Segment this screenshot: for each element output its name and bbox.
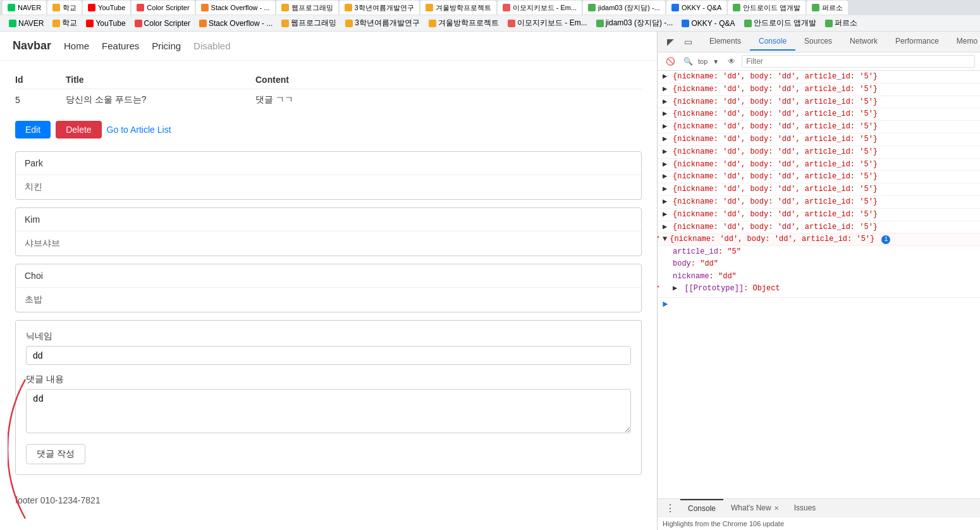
expand-arrow-9[interactable]: ▶: [663, 184, 670, 195]
console-text-0: {nickname: 'dd', body: 'dd', article_id:…: [673, 71, 975, 82]
tab-colorscripter[interactable]: Color Scripter: [132, 1, 194, 15]
nav-link-pricing[interactable]: Pricing: [152, 40, 181, 51]
tab-youtube[interactable]: YouTube: [83, 1, 130, 15]
tab-3year[interactable]: 3학년여름개발연구: [340, 1, 419, 15]
console-row-2[interactable]: ▶ {nickname: 'dd', body: 'dd', article_i…: [658, 96, 980, 109]
expand-arrow-12[interactable]: ▶: [663, 222, 670, 233]
expand-arrow-10[interactable]: ▶: [663, 197, 670, 207]
tab-network[interactable]: Network: [841, 33, 886, 51]
expand-arrow-1[interactable]: ▶: [663, 84, 670, 95]
tab-winter[interactable]: 겨울방학프로젝트: [420, 1, 496, 15]
console-row-11[interactable]: ▶ {nickname: 'dd', body: 'dd', article_i…: [658, 209, 980, 221]
tab-perso[interactable]: 퍼르소: [807, 1, 848, 15]
delete-button[interactable]: Delete: [56, 121, 101, 139]
nav-link-disabled: Disabled: [193, 40, 230, 51]
tab-webprog[interactable]: 웹프로그래밍: [276, 1, 338, 15]
console-row-4[interactable]: ▶ {nickname: 'dd', body: 'dd', article_i…: [658, 121, 980, 133]
inspect-icon-button[interactable]: ◤: [663, 34, 678, 49]
console-text-12: {nickname: 'dd', body: 'dd', article_id:…: [673, 222, 975, 233]
console-prompt-row[interactable]: ►: [658, 297, 980, 311]
tab-console[interactable]: Console: [750, 33, 795, 51]
console-row-12[interactable]: ▶ {nickname: 'dd', body: 'dd', article_i…: [658, 221, 980, 234]
expand-arrow-3[interactable]: ▶: [663, 109, 670, 120]
tab-memory[interactable]: Memo: [948, 33, 980, 51]
bottom-tab-issues[interactable]: Issues: [787, 500, 824, 516]
go-to-list-link[interactable]: Go to Article List: [107, 125, 171, 135]
tab-elements[interactable]: Elements: [701, 33, 750, 51]
expand-arrow-4[interactable]: ▶: [663, 121, 670, 132]
expand-arrow-8[interactable]: ▶: [663, 171, 670, 182]
filter-toggle-button[interactable]: 🔍: [680, 54, 695, 69]
nav-link-home[interactable]: Home: [64, 40, 89, 51]
expand-arrow-2[interactable]: ▶: [663, 97, 670, 108]
info-badge: i: [881, 235, 890, 244]
tab-naver[interactable]: NAVER: [3, 1, 46, 15]
console-row-7[interactable]: ▶ {nickname: 'dd', body: 'dd', article_i…: [658, 159, 980, 171]
tab-favicon-3y: [345, 4, 352, 11]
bookmark-okky[interactable]: OKKY - Q&A: [678, 18, 738, 29]
bookmark-youtube[interactable]: YouTube: [82, 18, 129, 29]
bookmark-3y[interactable]: 3학년여름개발연구: [341, 16, 424, 30]
bookmark-android[interactable]: 안드로이드 앱개발: [740, 16, 820, 30]
console-filter-input[interactable]: [742, 55, 975, 68]
console-row-0[interactable]: ▶ {nickname: 'dd', body: 'dd', article_i…: [658, 71, 980, 83]
submit-comment-button[interactable]: 댓글 작성: [26, 444, 85, 464]
expand-arrow-expanded[interactable]: ▼: [663, 234, 667, 245]
tab-sources[interactable]: Sources: [795, 33, 841, 51]
bottom-tab-whatsnew[interactable]: What's New ✕: [723, 500, 787, 516]
tab-jidam[interactable]: jidam03 (장지담) -...: [583, 1, 665, 15]
bookmark-emoji[interactable]: 이모지키보드 - Em...: [504, 16, 591, 30]
console-row-6[interactable]: ▶ {nickname: 'dd', body: 'dd', article_i…: [658, 146, 980, 159]
article-id: 5: [15, 89, 66, 111]
bookmark-favicon-3y: [345, 20, 353, 27]
expand-arrow-0[interactable]: ▶: [663, 71, 670, 82]
bookmark-jidam[interactable]: jidam03 (장지담) -...: [592, 16, 677, 30]
bookmark-winter[interactable]: 겨울방학프로젝트: [425, 16, 503, 30]
comment-textarea[interactable]: dd: [26, 389, 631, 433]
article-row: 5 당신의 소울 푸드는? 댓글 ㄱㄱ: [15, 89, 642, 111]
tab-okky[interactable]: OKKY - Q&A: [666, 1, 726, 15]
console-row-expanded[interactable]: ▼ {nickname: 'dd', body: 'dd', article_i…: [658, 233, 980, 246]
tab-performance[interactable]: Performance: [886, 33, 948, 51]
detail-prototype[interactable]: ▶ [[Prototype]]: Object: [673, 283, 975, 295]
tab-emoji[interactable]: 이모지키보드 - Em...: [498, 1, 582, 15]
close-whatsnew-icon[interactable]: ✕: [774, 505, 779, 512]
expand-arrow-6[interactable]: ▶: [663, 147, 670, 157]
bottom-menu-icon[interactable]: ⋮: [663, 501, 678, 515]
bottom-tab-console[interactable]: Console: [680, 499, 723, 517]
tab-label-school: 학교: [63, 3, 77, 13]
bookmark-wp[interactable]: 웹프로그래밍: [278, 16, 340, 30]
eye-icon-button[interactable]: 👁: [724, 54, 739, 69]
console-row-5[interactable]: ▶ {nickname: 'dd', body: 'dd', article_i…: [658, 133, 980, 146]
bookmark-perso[interactable]: 퍼르소: [821, 16, 861, 30]
bookmark-so[interactable]: Stack Overflow - ...: [195, 18, 276, 29]
expand-arrow-5[interactable]: ▶: [663, 134, 670, 145]
console-row-10[interactable]: ▶ {nickname: 'dd', body: 'dd', article_i…: [658, 196, 980, 209]
bookmark-school[interactable]: 학교: [49, 16, 81, 30]
clear-console-button[interactable]: 🚫: [663, 54, 678, 69]
nickname-input[interactable]: [26, 346, 631, 365]
expand-arrow-11[interactable]: ▶: [663, 209, 670, 220]
tab-stackoverflow[interactable]: Stack Overflow - ...: [196, 1, 275, 15]
bookmark-label-naver: NAVER: [18, 19, 44, 28]
nav-link-features[interactable]: Features: [102, 40, 139, 51]
console-row-1[interactable]: ▶ {nickname: 'dd', body: 'dd', article_i…: [658, 83, 980, 96]
console-row-8[interactable]: ▶ {nickname: 'dd', body: 'dd', article_i…: [658, 171, 980, 183]
tab-school[interactable]: 학교: [47, 1, 82, 15]
content-label: 댓글 내용: [26, 374, 631, 385]
console-row-9[interactable]: ▶ {nickname: 'dd', body: 'dd', article_i…: [658, 183, 980, 196]
console-text-2: {nickname: 'dd', body: 'dd', article_id:…: [673, 97, 975, 108]
bookmark-naver[interactable]: NAVER: [5, 18, 47, 29]
bookmark-favicon-color: [135, 20, 142, 27]
console-row-3[interactable]: ▶ {nickname: 'dd', body: 'dd', article_i…: [658, 108, 980, 121]
article-content: 댓글 ㄱㄱ: [255, 89, 642, 111]
expand-arrow-7[interactable]: ▶: [663, 159, 670, 170]
edit-button[interactable]: Edit: [15, 121, 51, 139]
device-toggle-button[interactable]: ▭: [680, 34, 695, 49]
tab-android[interactable]: 안드로이드 앱개발: [728, 1, 805, 15]
prototype-arrow[interactable]: ▶: [673, 284, 677, 293]
tab-label-so: Stack Overflow - ...: [211, 4, 270, 11]
console-expanded-container: ▼ {nickname: 'dd', body: 'dd', article_i…: [658, 233, 980, 297]
bookmark-color[interactable]: Color Scripter: [131, 18, 194, 29]
col-header-title: Title: [66, 71, 255, 89]
